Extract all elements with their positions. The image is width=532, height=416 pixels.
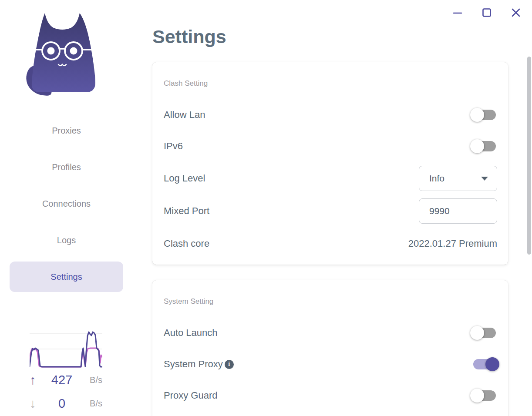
sidebar-item-label: Proxies (52, 126, 81, 136)
section-title: System Setting (164, 297, 213, 306)
download-speed-unit: B/s (90, 399, 102, 409)
log-level-select[interactable]: Info (419, 166, 497, 191)
upload-arrow-icon: ↑ (30, 373, 43, 386)
download-speed-row: ↓ 0 B/s (30, 396, 102, 411)
allow-lan-toggle[interactable] (472, 108, 497, 122)
sidebar-item-proxies[interactable]: Proxies (10, 115, 123, 146)
clash-setting-card: Clash Setting Allow Lan IPv6 Log Level I… (152, 62, 508, 265)
traffic-graph (30, 328, 102, 368)
minimize-icon (452, 7, 463, 18)
sidebar: Proxies Profiles Connections Logs Settin… (0, 0, 133, 416)
setting-row-ipv6: IPv6 (164, 131, 497, 162)
page-title: Settings (152, 26, 226, 47)
toggle-knob (470, 389, 484, 403)
maximize-icon (481, 7, 492, 18)
ipv6-toggle[interactable] (472, 139, 497, 153)
sidebar-item-logs[interactable]: Logs (10, 225, 123, 255)
clash-cat-logo (20, 10, 103, 97)
download-arrow-icon: ↓ (30, 397, 43, 410)
row-label: Mixed Port (164, 205, 209, 217)
row-label: Allow Lan (164, 109, 205, 121)
upload-speed-value: 427 (43, 373, 81, 387)
log-level-selected-value: Info (429, 173, 444, 184)
scrollbar-thumb[interactable] (527, 57, 531, 255)
toggle-knob (470, 108, 484, 122)
row-label: IPv6 (164, 141, 183, 152)
auto-launch-toggle[interactable] (472, 326, 497, 340)
upload-speed-unit: B/s (90, 375, 102, 385)
toggle-knob (470, 139, 484, 153)
mixed-port-input[interactable] (419, 198, 497, 224)
clash-core-version: 2022.01.27 Premium (408, 238, 497, 249)
minimize-button[interactable] (452, 7, 463, 18)
upload-speed-row: ↑ 427 B/s (30, 372, 102, 388)
setting-row-mixed-port: Mixed Port (164, 195, 497, 227)
row-label: System Proxy (164, 359, 223, 370)
sidebar-item-label: Connections (42, 199, 91, 209)
sidebar-item-profiles[interactable]: Profiles (10, 152, 123, 182)
system-setting-card: System Setting Auto Launch System Proxy … (152, 280, 508, 416)
proxy-guard-toggle[interactable] (472, 389, 497, 403)
sidebar-item-label: Logs (57, 235, 76, 245)
info-icon[interactable]: i (225, 360, 234, 369)
row-label: Clash core (164, 238, 209, 249)
setting-row-system-proxy: System Proxy i (164, 349, 497, 380)
close-icon (511, 7, 521, 18)
toggle-knob (485, 357, 499, 371)
setting-row-proxy-guard: Proxy Guard (164, 380, 497, 411)
graph-line-upload (30, 332, 102, 367)
section-title: Clash Setting (164, 79, 208, 88)
row-label: Auto Launch (164, 327, 218, 339)
row-label: Log Level (164, 173, 205, 184)
setting-row-clash-core: Clash core 2022.01.27 Premium (164, 228, 497, 259)
sidebar-item-label: Settings (51, 272, 82, 282)
chevron-down-icon (481, 177, 488, 181)
download-speed-value: 0 (43, 396, 81, 411)
app-window: Proxies Profiles Connections Logs Settin… (0, 0, 532, 416)
setting-row-log-level: Log Level Info (164, 163, 497, 194)
window-controls (452, 7, 522, 20)
sidebar-item-settings[interactable]: Settings (10, 262, 123, 292)
close-button[interactable] (510, 7, 522, 18)
row-label: Proxy Guard (164, 390, 218, 401)
system-proxy-toggle[interactable] (472, 357, 497, 371)
sidebar-item-label: Profiles (52, 162, 81, 172)
sidebar-item-connections[interactable]: Connections (10, 188, 123, 219)
toggle-knob (470, 326, 484, 340)
setting-row-allow-lan: Allow Lan (164, 99, 497, 131)
maximize-button[interactable] (481, 7, 492, 18)
setting-row-auto-launch: Auto Launch (164, 317, 497, 349)
